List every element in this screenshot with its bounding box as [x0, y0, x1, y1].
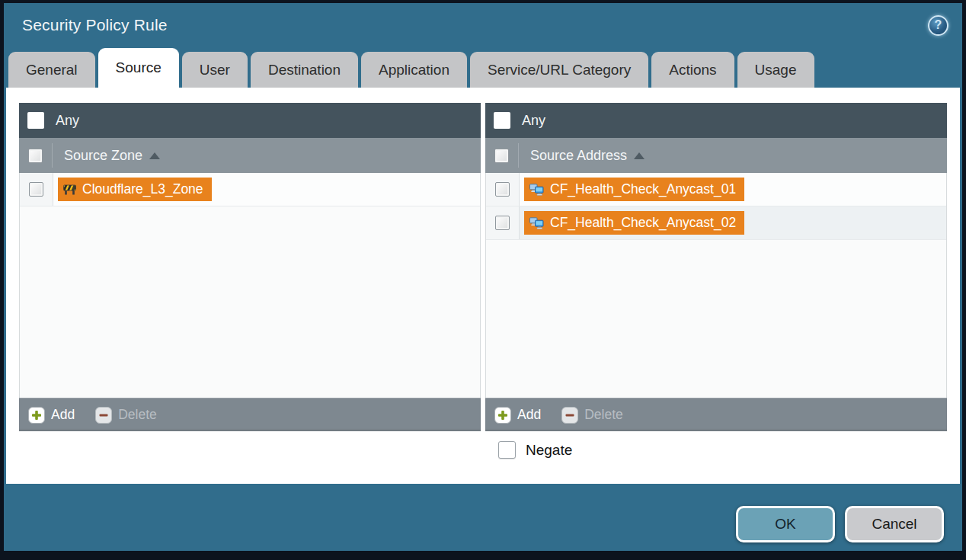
- row-checkbox-cell: [20, 173, 53, 206]
- address-entry[interactable]: CF_Health_Check_Anycast_02: [524, 211, 744, 235]
- zone-entry[interactable]: Cloudflare_L3_Zone: [58, 178, 212, 201]
- delete-icon: [561, 407, 578, 424]
- source-zone-any-bar: Any: [19, 103, 481, 138]
- source-zone-footer: Add Delete: [19, 398, 481, 431]
- sort-ascending-icon[interactable]: [634, 152, 645, 159]
- tab-bar: General Source User Destination Applicat…: [4, 47, 962, 88]
- source-zone-header-checkbox-cell: [19, 143, 53, 168]
- table-row[interactable]: CF_Health_Check_Anycast_02: [486, 206, 946, 240]
- add-label: Add: [517, 407, 541, 423]
- delete-icon: [95, 407, 112, 424]
- source-address-column-title[interactable]: Source Address: [530, 148, 627, 164]
- tab-service-url-category[interactable]: Service/URL Category: [470, 52, 648, 88]
- zone-icon: [63, 184, 76, 195]
- address-name: CF_Health_Check_Anycast_02: [550, 215, 736, 231]
- negate-row: Negate: [498, 441, 947, 459]
- security-policy-rule-dialog: Security Policy Rule ? General Source Us…: [0, 0, 966, 560]
- address-name: CF_Health_Check_Anycast_01: [550, 181, 736, 197]
- source-address-any-label: Any: [522, 113, 545, 129]
- add-label: Add: [51, 407, 75, 423]
- add-icon: [494, 407, 511, 424]
- delete-label: Delete: [118, 407, 157, 423]
- tab-destination[interactable]: Destination: [251, 52, 358, 88]
- dialog-title: Security Policy Rule: [22, 16, 928, 34]
- row-checkbox-cell: [486, 206, 520, 239]
- tab-actions[interactable]: Actions: [651, 52, 734, 88]
- source-address-footer: Add Delete: [485, 398, 947, 431]
- ok-button[interactable]: OK: [736, 506, 835, 542]
- address-entry[interactable]: CF_Health_Check_Anycast_01: [524, 178, 744, 201]
- help-icon[interactable]: ?: [928, 15, 948, 36]
- source-zone-list: Cloudflare_L3_Zone: [19, 173, 481, 398]
- row-checkbox[interactable]: [495, 216, 510, 230]
- row-checkbox[interactable]: [495, 182, 510, 197]
- dialog-titlebar: Security Policy Rule ?: [4, 3, 962, 47]
- add-zone-button[interactable]: Add: [28, 407, 75, 424]
- delete-zone-button[interactable]: Delete: [95, 407, 157, 424]
- add-address-button[interactable]: Add: [494, 407, 541, 424]
- source-address-any-bar: Any: [485, 103, 947, 138]
- dialog-footer: OK Cancel: [4, 484, 962, 551]
- delete-address-button[interactable]: Delete: [561, 407, 623, 424]
- table-row[interactable]: Cloudflare_L3_Zone: [20, 173, 480, 206]
- source-address-column-header: Source Address: [485, 138, 947, 173]
- source-address-header-checkbox-cell: [485, 143, 519, 168]
- source-zone-column-title[interactable]: Source Zone: [64, 148, 142, 164]
- negate-label: Negate: [526, 442, 572, 459]
- source-zone-select-all-checkbox[interactable]: [28, 149, 43, 163]
- source-tab-content: Any Source Zone: [6, 88, 960, 484]
- add-icon: [28, 407, 45, 424]
- tab-user[interactable]: User: [182, 52, 248, 88]
- source-address-list: CF_Health_Check_Anycast_01: [485, 173, 947, 398]
- zone-name: Cloudflare_L3_Zone: [82, 181, 203, 197]
- source-address-select-all-checkbox[interactable]: [494, 149, 509, 163]
- source-address-any-checkbox[interactable]: [494, 112, 510, 129]
- tab-source[interactable]: Source: [98, 48, 179, 88]
- row-checkbox[interactable]: [29, 182, 43, 197]
- source-zone-any-label: Any: [56, 113, 79, 129]
- tab-general[interactable]: General: [8, 52, 95, 88]
- cancel-button[interactable]: Cancel: [845, 506, 944, 542]
- row-checkbox-cell: [486, 173, 520, 206]
- source-zone-panel: Any Source Zone: [19, 103, 481, 431]
- tab-application[interactable]: Application: [361, 52, 467, 88]
- address-icon: [529, 184, 544, 196]
- source-zone-column-header: Source Zone: [19, 138, 481, 173]
- sort-ascending-icon[interactable]: [149, 152, 160, 159]
- source-address-panel: Any Source Address: [485, 103, 947, 431]
- negate-checkbox[interactable]: [498, 441, 516, 459]
- address-icon: [529, 217, 544, 229]
- tab-usage[interactable]: Usage: [737, 52, 814, 88]
- source-zone-any-checkbox[interactable]: [27, 112, 44, 129]
- table-row[interactable]: CF_Health_Check_Anycast_01: [486, 173, 946, 206]
- delete-label: Delete: [584, 407, 623, 423]
